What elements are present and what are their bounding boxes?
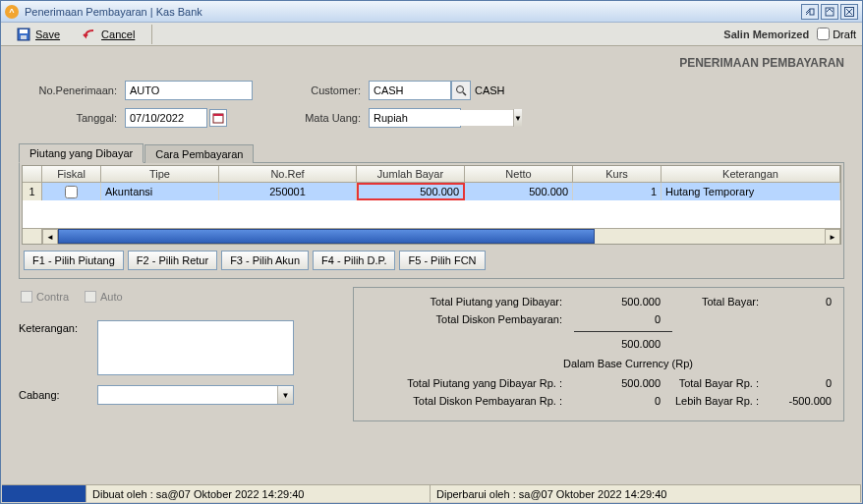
draft-label: Draft — [833, 28, 856, 40]
search-icon — [455, 84, 467, 96]
summary-panel: Total Piutang yang Dibayar: 500.000 Tota… — [353, 287, 844, 421]
scroll-track[interactable] — [58, 229, 825, 244]
tab-cara-pembayaran[interactable]: Cara Pembayaran — [144, 144, 254, 163]
total-bayar-label: Total Bayar: — [661, 296, 759, 308]
close-button[interactable] — [840, 4, 858, 20]
cancel-label: Cancel — [101, 28, 135, 40]
cell-noref[interactable]: 250001 — [219, 183, 357, 200]
cell-kurs[interactable]: 1 — [573, 183, 662, 200]
window-title: Penerimaan Pembayaran | Kas Bank — [25, 6, 202, 18]
status-indicator — [2, 485, 86, 502]
section-title: PENERIMAAN PEMBAYARAN — [11, 52, 852, 76]
save-label: Save — [35, 28, 60, 40]
cancel-button[interactable]: Cancel — [73, 24, 144, 45]
minimize-icon — [805, 7, 815, 17]
tanggal-label: Tanggal: — [19, 112, 117, 124]
grid-header: Fiskal Tipe No.Ref Jumlah Bayar Netto Ku… — [23, 166, 840, 183]
no-penerimaan-label: No.Penerimaan: — [19, 84, 117, 96]
fiskal-checkbox[interactable] — [65, 186, 78, 198]
grid-rows: 1 Akuntansi 250001 500.000 500.000 1 Hut… — [23, 183, 840, 228]
cell-fiskal[interactable] — [42, 183, 101, 200]
content-area: PENERIMAAN PEMBAYARAN No.Penerimaan: Tan… — [1, 46, 862, 427]
f5-pilih-fcn-button[interactable]: F5 - Pilih FCN — [399, 251, 485, 270]
total-diskon-rp-label: Total Diskon Pembayaran Rp. : — [366, 395, 562, 407]
col-rownum — [23, 166, 42, 183]
cell-jumlah-bayar[interactable]: 500.000 — [357, 183, 465, 200]
mata-uang-label: Mata Uang: — [292, 112, 361, 124]
grid: Fiskal Tipe No.Ref Jumlah Bayar Netto Ku… — [22, 165, 841, 245]
window: ^ Penerimaan Pembayaran | Kas Bank Save … — [0, 0, 863, 504]
lower-left: Contra Auto Keterangan: Cabang: ▼ — [19, 287, 353, 421]
customer-name: CASH — [475, 84, 505, 96]
svg-rect-4 — [20, 29, 28, 33]
tab-body: Fiskal Tipe No.Ref Jumlah Bayar Netto Ku… — [19, 162, 844, 279]
col-tipe[interactable]: Tipe — [101, 166, 219, 183]
horizontal-scrollbar[interactable]: ◄ ► — [23, 228, 840, 244]
total-diskon-label: Total Diskon Pembayaran: — [366, 313, 562, 325]
toolbar: Save Cancel Salin Memorized Draft — [1, 23, 862, 46]
tab-piutang[interactable]: Piutang yang Dibayar — [19, 143, 144, 163]
f3-pilih-akun-button[interactable]: F3 - Pilih Akun — [221, 251, 309, 270]
svg-rect-5 — [21, 35, 27, 39]
status-created: Dibuat oleh : sa@07 Oktober 2022 14:29:4… — [86, 485, 431, 502]
svg-point-8 — [457, 86, 464, 93]
scroll-left-button[interactable]: ◄ — [42, 229, 58, 245]
total-piutang-rp-label: Total Piutang yang Dibayar Rp. : — [366, 377, 562, 389]
col-noref[interactable]: No.Ref — [219, 166, 357, 183]
status-updated: Diperbarui oleh : sa@07 Oktober 2022 14:… — [431, 485, 861, 502]
svg-line-9 — [463, 92, 466, 95]
form-area: No.Penerimaan: Tanggal: Customer: — [11, 76, 852, 140]
no-penerimaan-input[interactable] — [125, 81, 253, 100]
tabs: Piutang yang Dibayar Cara Pembayaran Fis… — [19, 142, 844, 279]
grid-row[interactable]: 1 Akuntansi 250001 500.000 500.000 1 Hut… — [23, 183, 840, 200]
col-keterangan[interactable]: Keterangan — [662, 166, 840, 183]
scroll-thumb[interactable] — [58, 229, 595, 244]
save-button[interactable]: Save — [7, 24, 69, 45]
total-piutang-label: Total Piutang yang Dibayar: — [366, 296, 562, 308]
contra-label: Contra — [36, 291, 69, 303]
customer-input[interactable] — [369, 81, 451, 100]
toolbar-separator — [151, 25, 152, 44]
cabang-select[interactable]: ▼ — [97, 385, 294, 405]
customer-lookup-button[interactable] — [451, 81, 471, 100]
close-icon — [844, 7, 854, 17]
mata-uang-select[interactable]: ▼ — [369, 108, 461, 128]
cell-netto[interactable]: 500.000 — [465, 183, 573, 200]
f2-pilih-retur-button[interactable]: F2 - Pilih Retur — [128, 251, 217, 270]
total-diskon-value: 0 — [562, 313, 661, 325]
f4-pilih-dp-button[interactable]: F4 - Pilih D.P. — [313, 251, 395, 270]
chevron-down-icon[interactable]: ▼ — [513, 109, 522, 127]
col-fiskal[interactable]: Fiskal — [42, 166, 101, 183]
lebih-bayar-rp-label: Lebih Bayar Rp. : — [661, 395, 759, 407]
tanggal-picker-button[interactable] — [209, 109, 227, 127]
total-piutang-value: 500.000 — [562, 296, 661, 308]
col-jumlah-bayar[interactable]: Jumlah Bayar — [357, 166, 465, 183]
titlebar: ^ Penerimaan Pembayaran | Kas Bank — [1, 1, 862, 23]
col-kurs[interactable]: Kurs — [573, 166, 662, 183]
total-bayar-value: 0 — [759, 296, 832, 308]
draft-checkbox[interactable]: Draft — [817, 28, 856, 40]
cell-tipe[interactable]: Akuntansi — [101, 183, 219, 200]
cell-keterangan[interactable]: Hutang Temporary — [662, 183, 840, 200]
mata-uang-value[interactable] — [370, 110, 513, 126]
total-bayar-rp-label: Total Bayar Rp. : — [661, 377, 759, 389]
maximize-button[interactable] — [821, 4, 838, 20]
keterangan-label: Keterangan: — [19, 320, 97, 334]
maximize-icon — [825, 7, 834, 17]
cancel-icon — [82, 27, 97, 42]
cabang-value[interactable] — [98, 387, 277, 403]
minimize-button[interactable] — [801, 4, 819, 20]
keterangan-textarea[interactable] — [97, 320, 294, 375]
lebih-bayar-rp-value: -500.000 — [759, 395, 832, 407]
draft-checkbox-input[interactable] — [817, 28, 830, 40]
auto-label: Auto — [100, 291, 123, 303]
chevron-down-icon[interactable]: ▼ — [277, 386, 293, 404]
scroll-corner — [23, 229, 42, 244]
scroll-right-button[interactable]: ► — [825, 229, 840, 245]
col-netto[interactable]: Netto — [465, 166, 573, 183]
salin-memorized-button[interactable]: Salin Memorized — [723, 28, 809, 40]
total-bayar-rp-value: 0 — [759, 377, 832, 389]
base-currency-label: Dalam Base Currency (Rp) — [425, 358, 832, 369]
tanggal-input[interactable] — [125, 108, 207, 128]
f1-pilih-piutang-button[interactable]: F1 - Pilih Piutang — [24, 251, 124, 270]
